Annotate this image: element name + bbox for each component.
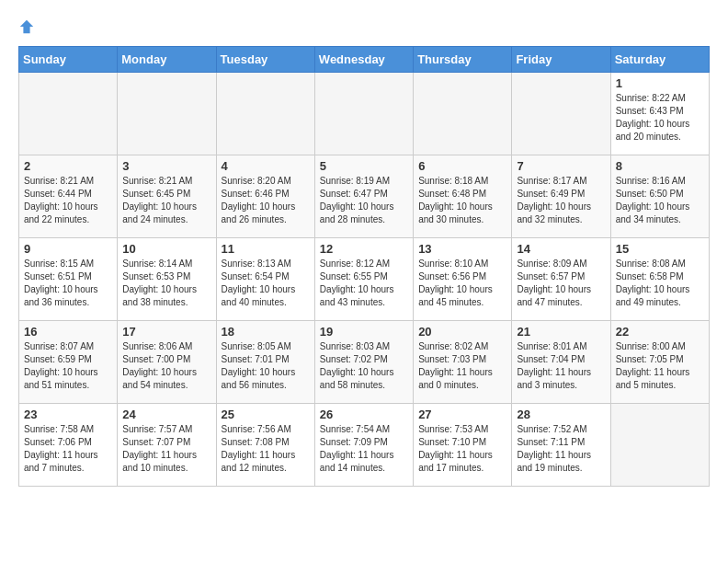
day-cell xyxy=(19,73,118,155)
day-number: 19 xyxy=(320,325,408,339)
day-info: Sunrise: 8:16 AM Sunset: 6:50 PM Dayligh… xyxy=(616,175,704,226)
day-number: 4 xyxy=(222,159,310,173)
day-info: Sunrise: 8:13 AM Sunset: 6:54 PM Dayligh… xyxy=(222,258,310,309)
day-info: Sunrise: 8:10 AM Sunset: 6:56 PM Dayligh… xyxy=(418,258,506,309)
day-cell: 9Sunrise: 8:15 AM Sunset: 6:51 PM Daylig… xyxy=(19,238,118,321)
day-info: Sunrise: 7:56 AM Sunset: 7:08 PM Dayligh… xyxy=(222,423,310,475)
day-number: 13 xyxy=(418,242,506,256)
day-cell: 19Sunrise: 8:03 AM Sunset: 7:02 PM Dayli… xyxy=(314,321,413,404)
week-row-4: 16Sunrise: 8:07 AM Sunset: 6:59 PM Dayli… xyxy=(19,321,710,404)
weekday-friday: Friday xyxy=(512,47,610,73)
logo xyxy=(18,18,39,37)
day-cell: 6Sunrise: 8:18 AM Sunset: 6:48 PM Daylig… xyxy=(414,155,512,238)
week-row-3: 9Sunrise: 8:15 AM Sunset: 6:51 PM Daylig… xyxy=(19,238,710,321)
day-cell xyxy=(414,73,512,155)
day-cell: 20Sunrise: 8:02 AM Sunset: 7:03 PM Dayli… xyxy=(414,321,512,404)
day-number: 10 xyxy=(122,242,210,256)
week-row-1: 1Sunrise: 8:22 AM Sunset: 6:43 PM Daylig… xyxy=(19,73,710,155)
day-number: 17 xyxy=(122,325,210,339)
weekday-saturday: Saturday xyxy=(610,47,709,73)
day-cell: 5Sunrise: 8:19 AM Sunset: 6:47 PM Daylig… xyxy=(314,155,413,238)
weekday-thursday: Thursday xyxy=(414,47,512,73)
day-info: Sunrise: 8:19 AM Sunset: 6:47 PM Dayligh… xyxy=(320,175,408,226)
day-cell: 26Sunrise: 7:54 AM Sunset: 7:09 PM Dayli… xyxy=(314,404,413,487)
day-number: 12 xyxy=(320,242,408,256)
day-number: 15 xyxy=(616,242,704,256)
day-info: Sunrise: 8:21 AM Sunset: 6:44 PM Dayligh… xyxy=(24,175,112,226)
day-cell: 25Sunrise: 7:56 AM Sunset: 7:08 PM Dayli… xyxy=(216,404,314,487)
day-cell: 24Sunrise: 7:57 AM Sunset: 7:07 PM Dayli… xyxy=(118,404,216,487)
day-number: 25 xyxy=(222,408,310,421)
day-cell: 12Sunrise: 8:12 AM Sunset: 6:55 PM Dayli… xyxy=(314,238,413,321)
day-number: 9 xyxy=(24,242,112,256)
day-number: 3 xyxy=(122,159,210,173)
day-number: 26 xyxy=(320,408,408,421)
day-cell: 27Sunrise: 7:53 AM Sunset: 7:10 PM Dayli… xyxy=(414,404,512,487)
day-info: Sunrise: 8:05 AM Sunset: 7:01 PM Dayligh… xyxy=(222,340,310,392)
day-cell xyxy=(314,73,413,155)
day-number: 5 xyxy=(320,159,408,173)
day-info: Sunrise: 8:22 AM Sunset: 6:43 PM Dayligh… xyxy=(616,92,704,144)
day-number: 7 xyxy=(517,159,605,173)
day-info: Sunrise: 8:14 AM Sunset: 6:53 PM Dayligh… xyxy=(122,258,210,309)
day-cell: 17Sunrise: 8:06 AM Sunset: 7:00 PM Dayli… xyxy=(118,321,216,404)
day-info: Sunrise: 8:00 AM Sunset: 7:05 PM Dayligh… xyxy=(616,340,704,392)
day-cell xyxy=(610,404,709,487)
weekday-wednesday: Wednesday xyxy=(314,47,413,73)
day-number: 2 xyxy=(24,159,112,173)
logo-icon xyxy=(18,18,35,35)
header xyxy=(18,18,710,37)
day-info: Sunrise: 8:21 AM Sunset: 6:45 PM Dayligh… xyxy=(122,175,210,226)
weekday-sunday: Sunday xyxy=(19,47,118,73)
calendar: SundayMondayTuesdayWednesdayThursdayFrid… xyxy=(18,46,710,487)
day-cell: 8Sunrise: 8:16 AM Sunset: 6:50 PM Daylig… xyxy=(610,155,709,238)
day-info: Sunrise: 7:54 AM Sunset: 7:09 PM Dayligh… xyxy=(320,423,408,475)
week-row-2: 2Sunrise: 8:21 AM Sunset: 6:44 PM Daylig… xyxy=(19,155,710,238)
day-number: 14 xyxy=(517,242,605,256)
day-number: 28 xyxy=(517,408,605,421)
day-cell: 28Sunrise: 7:52 AM Sunset: 7:11 PM Dayli… xyxy=(512,404,610,487)
day-info: Sunrise: 8:07 AM Sunset: 6:59 PM Dayligh… xyxy=(24,340,112,392)
weekday-tuesday: Tuesday xyxy=(216,47,314,73)
day-info: Sunrise: 8:15 AM Sunset: 6:51 PM Dayligh… xyxy=(24,258,112,309)
day-number: 18 xyxy=(222,325,310,339)
day-cell: 23Sunrise: 7:58 AM Sunset: 7:06 PM Dayli… xyxy=(19,404,118,487)
day-info: Sunrise: 8:09 AM Sunset: 6:57 PM Dayligh… xyxy=(517,258,605,309)
day-number: 24 xyxy=(122,408,210,421)
day-cell: 2Sunrise: 8:21 AM Sunset: 6:44 PM Daylig… xyxy=(19,155,118,238)
day-number: 27 xyxy=(418,408,506,421)
day-number: 8 xyxy=(616,159,704,173)
day-cell: 11Sunrise: 8:13 AM Sunset: 6:54 PM Dayli… xyxy=(216,238,314,321)
day-cell: 16Sunrise: 8:07 AM Sunset: 6:59 PM Dayli… xyxy=(19,321,118,404)
weekday-monday: Monday xyxy=(118,47,216,73)
day-info: Sunrise: 8:17 AM Sunset: 6:49 PM Dayligh… xyxy=(517,175,605,226)
day-cell: 14Sunrise: 8:09 AM Sunset: 6:57 PM Dayli… xyxy=(512,238,610,321)
day-info: Sunrise: 8:08 AM Sunset: 6:58 PM Dayligh… xyxy=(616,258,704,309)
day-number: 1 xyxy=(616,76,704,90)
day-info: Sunrise: 8:03 AM Sunset: 7:02 PM Dayligh… xyxy=(320,340,408,392)
weekday-header-row: SundayMondayTuesdayWednesdayThursdayFrid… xyxy=(19,47,710,73)
day-info: Sunrise: 8:06 AM Sunset: 7:00 PM Dayligh… xyxy=(122,340,210,392)
week-row-5: 23Sunrise: 7:58 AM Sunset: 7:06 PM Dayli… xyxy=(19,404,710,487)
day-number: 20 xyxy=(418,325,506,339)
day-cell: 13Sunrise: 8:10 AM Sunset: 6:56 PM Dayli… xyxy=(414,238,512,321)
day-cell: 21Sunrise: 8:01 AM Sunset: 7:04 PM Dayli… xyxy=(512,321,610,404)
day-info: Sunrise: 7:52 AM Sunset: 7:11 PM Dayligh… xyxy=(517,423,605,475)
day-cell: 3Sunrise: 8:21 AM Sunset: 6:45 PM Daylig… xyxy=(118,155,216,238)
day-number: 11 xyxy=(222,242,310,256)
day-info: Sunrise: 8:01 AM Sunset: 7:04 PM Dayligh… xyxy=(517,340,605,392)
day-info: Sunrise: 8:12 AM Sunset: 6:55 PM Dayligh… xyxy=(320,258,408,309)
day-cell: 15Sunrise: 8:08 AM Sunset: 6:58 PM Dayli… xyxy=(610,238,709,321)
day-cell xyxy=(512,73,610,155)
day-number: 22 xyxy=(616,325,704,339)
day-info: Sunrise: 7:57 AM Sunset: 7:07 PM Dayligh… xyxy=(122,423,210,475)
day-info: Sunrise: 8:02 AM Sunset: 7:03 PM Dayligh… xyxy=(418,340,506,392)
day-cell: 22Sunrise: 8:00 AM Sunset: 7:05 PM Dayli… xyxy=(610,321,709,404)
day-cell xyxy=(216,73,314,155)
day-cell xyxy=(118,73,216,155)
day-info: Sunrise: 8:20 AM Sunset: 6:46 PM Dayligh… xyxy=(222,175,310,226)
day-info: Sunrise: 7:53 AM Sunset: 7:10 PM Dayligh… xyxy=(418,423,506,475)
day-number: 21 xyxy=(517,325,605,339)
day-info: Sunrise: 8:18 AM Sunset: 6:48 PM Dayligh… xyxy=(418,175,506,226)
day-cell: 18Sunrise: 8:05 AM Sunset: 7:01 PM Dayli… xyxy=(216,321,314,404)
